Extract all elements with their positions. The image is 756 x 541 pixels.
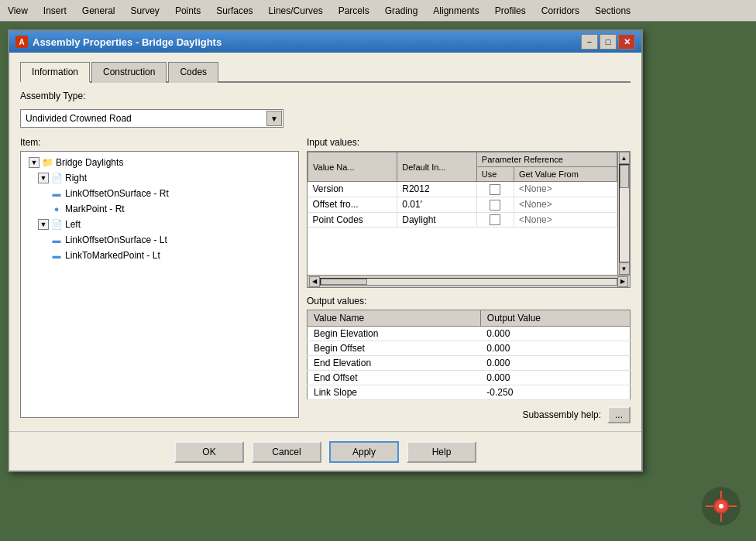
menu-lines-curves[interactable]: Lines/Curves [261,2,331,19]
input-table-scroll[interactable]: Value Na... Default In... Parameter Refe… [308,152,617,275]
scroll-up-button[interactable]: ▲ [619,152,630,164]
close-button[interactable]: ✕ [618,34,635,50]
item-label: Item: [20,137,299,148]
menu-parcels[interactable]: Parcels [331,2,377,19]
output-table: Value Name Output Value Begin Elevation … [307,310,631,400]
apply-button[interactable]: Apply [329,441,399,463]
scroll-thumb[interactable] [620,165,629,188]
input-cell-offset-get: <None> [514,197,617,212]
input-cell-version-use[interactable] [476,182,514,197]
tree-text-link-offset-rt: LinkOffsetOnSurface - Rt [65,188,169,199]
dialog-assembly-properties: A Assembly Properties - Bridge Daylights… [8,29,643,472]
offset-use-checkbox[interactable] [490,200,500,211]
link-icon-rt: ▬ [50,187,63,200]
version-use-checkbox[interactable] [490,184,500,195]
menu-corridors[interactable]: Corridors [534,2,587,19]
tree-panel: Item: ▼ 📁 Bridge Daylights ▼ [20,137,299,423]
tree-expand-left[interactable]: ▼ [38,219,49,230]
output-cell-begin-elev-val: 0.000 [480,327,630,341]
subassembly-help-button[interactable]: ... [607,406,631,423]
folder-icon-root: 📁 [41,156,53,169]
menu-sections[interactable]: Sections [587,2,638,19]
menu-general[interactable]: General [74,2,123,19]
scroll-right-button[interactable]: ▶ [617,276,628,287]
col-default-in-header: Default In... [397,152,477,182]
point-icon-rt: ● [50,203,63,215]
link-icon-lt: ▬ [50,234,63,246]
input-cell-version-name: Version [308,182,397,197]
output-row-begin-offset: Begin Offset 0.000 [308,341,631,356]
subassembly-help-label: Subassembly help: [523,409,601,420]
ok-button[interactable]: OK [174,441,244,463]
output-cell-end-offset-val: 0.000 [480,371,630,385]
tree-container[interactable]: ▼ 📁 Bridge Daylights ▼ 📄 Right [20,151,299,418]
pointcodes-use-checkbox[interactable] [490,214,500,225]
tree-node-bridge-daylights[interactable]: ▼ 📁 Bridge Daylights [24,155,295,170]
scroll-down-button[interactable]: ▼ [619,262,630,275]
tree-text-markpoint-rt: MarkPoint - Rt [65,204,125,214]
menu-profiles[interactable]: Profiles [487,2,534,19]
scroll-track[interactable] [619,164,630,262]
menu-points[interactable]: Points [167,2,208,19]
menu-insert[interactable]: Insert [36,2,74,19]
target-crosshair [702,487,741,526]
tab-information[interactable]: Information [20,62,90,83]
tree-node-link-offset-rt[interactable]: ▬ LinkOffsetOnSurface - Rt [24,186,295,201]
col-get-value-header: Get Value From [514,167,617,182]
link-marked-icon-lt: ▬ [50,249,63,262]
menu-surfaces[interactable]: Surfaces [208,2,260,19]
tree-node-left[interactable]: ▼ 📄 Left [24,217,295,232]
output-cell-link-slope-name: Link Slope [308,385,481,400]
tree-text-left: Left [65,219,81,230]
main-panels: Item: ▼ 📁 Bridge Daylights ▼ [20,137,631,423]
assembly-type-dropdown[interactable]: Undivided Crowned Road ▼ [20,109,284,128]
output-cell-end-elev-name: End Elevation [308,356,481,371]
tree-expand-right[interactable]: ▼ [38,173,49,183]
input-cell-offset-default: 0.01' [397,197,477,212]
tree-node-right[interactable]: ▼ 📄 Right [24,170,295,186]
tab-construction[interactable]: Construction [91,62,167,83]
values-panel: Input values: Value Na... Default In... [307,137,631,423]
menu-view[interactable]: View [0,2,36,19]
tree-expand-root[interactable]: ▼ [29,157,40,168]
menu-grading[interactable]: Grading [377,2,426,19]
help-button[interactable]: Help [407,441,476,463]
minimize-button[interactable]: − [581,34,598,50]
output-cell-link-slope-val: -0.250 [480,385,630,400]
tree-node-link-offset-lt[interactable]: ▬ LinkOffsetOnSurface - Lt [24,232,295,248]
scroll-left-button[interactable]: ◀ [309,276,320,287]
menu-bar: View Insert General Survey Points Surfac… [0,0,756,22]
tree-node-markpoint-rt[interactable]: ● MarkPoint - Rt [24,201,295,217]
tab-codes[interactable]: Codes [168,62,218,83]
cancel-button[interactable]: Cancel [252,441,321,463]
menu-survey[interactable]: Survey [123,2,167,19]
scroll-h-thumb[interactable] [321,279,367,285]
target-dot [719,504,723,508]
target-inner-circle [713,498,729,514]
title-buttons: − □ ✕ [581,34,635,50]
input-cell-version-default: R2012 [397,182,477,197]
right-panel-inner: Input values: Value Na... Default In... [307,137,631,423]
tree-text-link-offset-lt: LinkOffsetOnSurface - Lt [65,235,167,245]
assembly-type-select-row: Undivided Crowned Road ▼ [20,109,631,128]
output-col-value-name-header: Value Name [308,310,481,327]
output-values-label: Output values: [307,296,631,306]
tree-text-link-marked-lt: LinkToMarkedPoint - Lt [65,250,160,261]
maximize-button[interactable]: □ [600,34,617,50]
input-row-offset: Offset fro... 0.01' <None> [308,197,617,212]
scroll-h-track[interactable] [320,278,617,286]
assembly-type-select[interactable]: Undivided Crowned Road [20,109,284,128]
target-outer-ring [702,487,741,526]
input-vertical-scrollbar[interactable]: ▲ ▼ [617,152,630,275]
output-row-end-elev: End Elevation 0.000 [308,356,631,371]
subassembly-help-row: Subassembly help: ... [307,406,631,423]
tree-node-link-marked-lt[interactable]: ▬ LinkToMarkedPoint - Lt [24,248,295,263]
folder-icon-right: 📄 [50,172,63,184]
menu-alignments[interactable]: Alignments [425,2,486,19]
output-row-link-slope: Link Slope -0.250 [308,385,631,400]
input-horizontal-scrollbar[interactable]: ◀ ▶ [308,275,630,287]
input-cell-pointcodes-use[interactable] [476,212,514,228]
input-table: Value Na... Default In... Parameter Refe… [308,152,617,228]
input-cell-offset-use[interactable] [476,197,514,212]
input-cell-version-get: <None> [514,182,617,197]
